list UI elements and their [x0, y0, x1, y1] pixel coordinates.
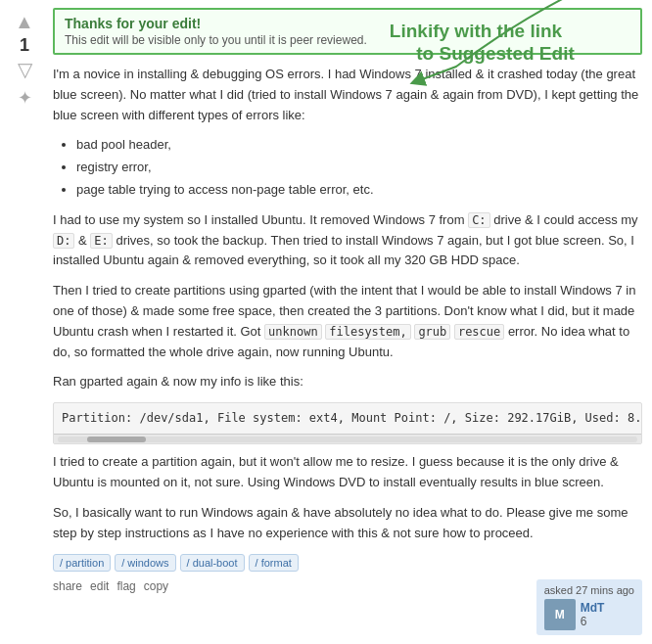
paragraph-3: Then I tried to create partitions using … [53, 281, 642, 362]
thanks-title: Thanks for your edit! [65, 16, 630, 31]
vote-down-button[interactable]: ▽ [18, 58, 32, 81]
vote-column: ▲ 1 ▽ ✦ [0, 0, 49, 643]
tags-row: / partition / windows / dual-boot / form… [53, 554, 642, 572]
bullet-list: bad pool header, registry error, page ta… [76, 135, 642, 200]
code-unknown: unknown [264, 324, 322, 340]
code-e: E: [90, 233, 112, 249]
favorite-star-icon[interactable]: ✦ [18, 87, 32, 109]
paragraph-2: I had to use my system so I installed Ub… [53, 210, 642, 271]
user-card-info: asked 27 mins ago M MdT 6 [544, 584, 634, 630]
content-column: Thanks for your edit! This edit will be … [49, 0, 652, 643]
bullet-1: bad pool header, [76, 135, 642, 156]
paragraph-5: I tried to create a partition again, but… [53, 452, 642, 493]
scrollbar-track[interactable] [58, 437, 637, 442]
thanks-subtitle: This edit will be visible only to you un… [65, 33, 630, 47]
share-link[interactable]: share [53, 579, 82, 593]
username[interactable]: MdT [581, 601, 605, 615]
code-block-wrapper: Partition: /dev/sda1, File system: ext4,… [53, 402, 642, 444]
paragraph-6: So, I basically want to run Windows agai… [53, 503, 642, 544]
post-actions: share edit flag copy [53, 579, 168, 593]
code-grub: grub [414, 324, 450, 340]
user-avatar: M [544, 599, 576, 630]
vote-count: 1 [20, 33, 29, 58]
code-c: C: [468, 212, 489, 228]
thanks-banner: Thanks for your edit! This edit will be … [53, 8, 642, 55]
page-wrapper: ▲ 1 ▽ ✦ Thanks for your edit! This edit … [0, 0, 652, 643]
post-body: I'm a novice in installing & debugging O… [53, 65, 642, 544]
tag-partition[interactable]: / partition [53, 554, 111, 572]
tag-windows[interactable]: / windows [115, 554, 175, 572]
flag-link[interactable]: flag [116, 579, 135, 593]
asked-time: asked 27 mins ago [544, 584, 634, 596]
code-filesystem: filesystem, [325, 324, 410, 340]
code-d: D: [53, 233, 74, 249]
user-reputation: 6 [581, 615, 587, 628]
edit-link[interactable]: edit [90, 579, 109, 593]
user-info: MdT 6 [581, 601, 605, 628]
vote-up-button[interactable]: ▲ [15, 10, 34, 33]
scrollbar-thumb[interactable] [87, 437, 146, 442]
code-scrollbar[interactable] [54, 434, 641, 443]
tag-dual-boot[interactable]: / dual-boot [180, 554, 245, 572]
tag-format[interactable]: / format [249, 554, 299, 572]
paragraph-4: Ran gparted again & now my info is like … [53, 372, 642, 392]
user-card: asked 27 mins ago M MdT 6 [536, 579, 642, 635]
copy-link[interactable]: copy [144, 579, 168, 593]
bullet-2: registry error, [76, 158, 642, 178]
code-rescue: rescue [454, 324, 504, 340]
bullet-3: page table trying to access non-page tab… [76, 180, 642, 201]
code-block: Partition: /dev/sda1, File system: ext4,… [54, 403, 641, 434]
paragraph-1: I'm a novice in installing & debugging O… [53, 65, 642, 125]
